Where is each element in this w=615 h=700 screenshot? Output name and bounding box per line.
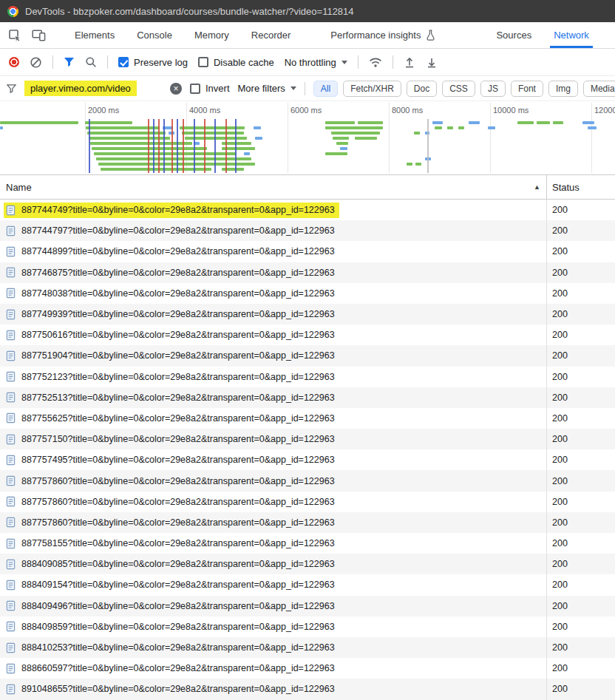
invert-checkbox[interactable] <box>190 84 200 94</box>
timeline-tick-label: 8000 ms <box>392 106 423 115</box>
request-status: 200 <box>546 324 615 345</box>
request-status: 200 <box>546 220 615 241</box>
request-name: 888409496?title=0&byline=0&color=29e8a2&… <box>21 601 335 611</box>
device-toolbar-icon[interactable] <box>30 27 47 44</box>
export-har-button[interactable] <box>426 56 438 68</box>
clear-filter-button[interactable]: × <box>170 83 182 95</box>
network-request-row[interactable]: 887749939?title=0&byline=0&color=29e8a2&… <box>0 304 615 324</box>
network-request-row[interactable]: 887744797?title=0&byline=0&color=29e8a2&… <box>0 220 615 241</box>
timeline-tick-label: 10000 ms <box>493 106 529 115</box>
disable-cache-toggle[interactable]: Disable cache <box>198 57 274 68</box>
document-icon <box>5 475 16 486</box>
filter-toggle-button[interactable] <box>64 57 75 67</box>
tab-memory[interactable]: Memory <box>183 22 240 48</box>
waterfall-event-line <box>153 119 154 173</box>
request-name-cell: 887744749?title=0&byline=0&color=29e8a2&… <box>0 200 546 220</box>
network-request-row[interactable]: 887752513?title=0&byline=0&color=29e8a2&… <box>0 387 615 408</box>
more-filters-button[interactable]: More filters <box>238 83 296 94</box>
waterfall-event-line <box>177 119 178 173</box>
network-conditions-icon[interactable] <box>369 56 382 68</box>
request-status: 200 <box>546 449 615 470</box>
waterfall-event-line <box>194 119 195 173</box>
waterfall-bar <box>325 126 383 129</box>
name-column-header[interactable]: Name ▲ <box>0 175 546 199</box>
import-har-button[interactable] <box>404 56 415 68</box>
type-filter-img[interactable]: Img <box>548 81 578 97</box>
chrome-icon <box>7 6 18 17</box>
tab-elements[interactable]: Elements <box>64 22 126 48</box>
network-request-row[interactable]: 887746875?title=0&byline=0&color=29e8a2&… <box>0 262 615 283</box>
network-request-row[interactable]: 888409154?title=0&byline=0&color=29e8a2&… <box>0 574 615 595</box>
network-request-row[interactable]: 888410253?title=0&byline=0&color=29e8a2&… <box>0 637 615 658</box>
network-request-row[interactable]: 887758155?title=0&byline=0&color=29e8a2&… <box>0 533 615 554</box>
network-request-row[interactable]: 887757860?title=0&byline=0&color=29e8a2&… <box>0 512 615 533</box>
timeline-tick-label: 2000 ms <box>88 106 119 115</box>
waterfall-bar <box>355 137 377 140</box>
tab-console[interactable]: Console <box>126 22 183 48</box>
network-request-row[interactable]: 887751904?title=0&byline=0&color=29e8a2&… <box>0 345 615 366</box>
waterfall-event-line <box>89 119 90 173</box>
network-request-row[interactable]: 887748038?title=0&byline=0&color=29e8a2&… <box>0 283 615 304</box>
network-request-row[interactable]: 887757495?title=0&byline=0&color=29e8a2&… <box>0 449 615 470</box>
status-column-header[interactable]: Status <box>546 175 615 199</box>
request-status: 200 <box>546 616 615 637</box>
network-request-row[interactable]: 888660597?title=0&byline=0&color=29e8a2&… <box>0 658 615 679</box>
network-request-row[interactable]: 887750616?title=0&byline=0&color=29e8a2&… <box>0 324 615 345</box>
type-filter-js[interactable]: JS <box>480 81 506 97</box>
filter-text: player.vimeo.com/video <box>24 81 137 96</box>
network-request-row[interactable]: 888409085?title=0&byline=0&color=29e8a2&… <box>0 554 615 574</box>
request-name: 888660597?title=0&byline=0&color=29e8a2&… <box>21 663 335 673</box>
type-filter-all[interactable]: All <box>313 81 338 97</box>
network-request-row[interactable]: 887757860?title=0&byline=0&color=29e8a2&… <box>0 470 615 491</box>
request-name: 887758155?title=0&byline=0&color=29e8a2&… <box>21 538 335 548</box>
type-filter-media[interactable]: Media <box>583 81 615 97</box>
waterfall-bar <box>255 137 262 140</box>
type-filter-fetch-xhr[interactable]: Fetch/XHR <box>343 81 401 97</box>
network-overview-timeline[interactable]: 2000 ms4000 ms6000 ms8000 ms10000 ms1200… <box>0 101 615 175</box>
network-request-row[interactable]: 888409859?title=0&byline=0&color=29e8a2&… <box>0 616 615 637</box>
filter-input[interactable]: player.vimeo.com/video <box>24 81 162 96</box>
tab-recorder[interactable]: Recorder <box>240 22 302 48</box>
network-request-row[interactable]: 891048655?title=0&byline=0&color=29e8a2&… <box>0 679 615 699</box>
network-request-row[interactable]: 887744749?title=0&byline=0&color=29e8a2&… <box>0 200 615 220</box>
waterfall-bar <box>432 121 443 124</box>
preserve-log-checkbox[interactable] <box>118 57 129 67</box>
document-icon <box>5 538 16 549</box>
waterfall-bar <box>588 126 597 129</box>
throttling-select[interactable]: No throttling <box>285 57 347 68</box>
network-request-row[interactable]: 888409496?title=0&byline=0&color=29e8a2&… <box>0 596 615 616</box>
clear-button[interactable] <box>30 56 42 69</box>
request-status: 200 <box>546 470 615 491</box>
disable-cache-checkbox[interactable] <box>198 57 208 67</box>
invert-toggle[interactable]: Invert <box>190 83 230 94</box>
network-request-row[interactable]: 887757860?title=0&byline=0&color=29e8a2&… <box>0 492 615 512</box>
request-status: 200 <box>546 367 615 387</box>
request-status: 200 <box>546 200 615 220</box>
devtools-window: DevTools - bbzpoker.com/dashboard/course… <box>0 0 615 700</box>
network-request-row[interactable]: 887744899?title=0&byline=0&color=29e8a2&… <box>0 241 615 262</box>
inspect-element-icon[interactable] <box>6 27 24 44</box>
disable-cache-label: Disable cache <box>214 57 274 68</box>
tab-sources[interactable]: Sources <box>485 22 543 48</box>
type-filter-css[interactable]: CSS <box>442 81 475 97</box>
network-request-row[interactable]: 887752123?title=0&byline=0&color=29e8a2&… <box>0 367 615 387</box>
tab-network[interactable]: Network <box>543 22 600 48</box>
type-filter-doc[interactable]: Doc <box>407 81 437 97</box>
waterfall-event-line <box>225 119 227 173</box>
request-status: 200 <box>546 345 615 366</box>
network-request-row[interactable]: 887755625?title=0&byline=0&color=29e8a2&… <box>0 408 615 429</box>
preserve-log-toggle[interactable]: Preserve log <box>118 57 188 68</box>
filter-bar: player.vimeo.com/video × Invert More fil… <box>0 76 615 101</box>
request-status: 200 <box>546 492 615 512</box>
status-header-label: Status <box>552 182 580 193</box>
request-name-cell: 887744899?title=0&byline=0&color=29e8a2&… <box>0 241 546 262</box>
type-filter-font[interactable]: Font <box>511 81 543 97</box>
waterfall-bar <box>553 121 563 124</box>
tab-performance-insights[interactable]: Performance insights <box>319 22 446 48</box>
request-name: 887746875?title=0&byline=0&color=29e8a2&… <box>21 268 335 278</box>
record-button[interactable] <box>9 57 19 67</box>
document-icon <box>5 621 16 632</box>
request-name-cell: 887751904?title=0&byline=0&color=29e8a2&… <box>0 345 546 366</box>
network-request-row[interactable]: 887757150?title=0&byline=0&color=29e8a2&… <box>0 429 615 449</box>
search-button[interactable] <box>85 56 97 68</box>
